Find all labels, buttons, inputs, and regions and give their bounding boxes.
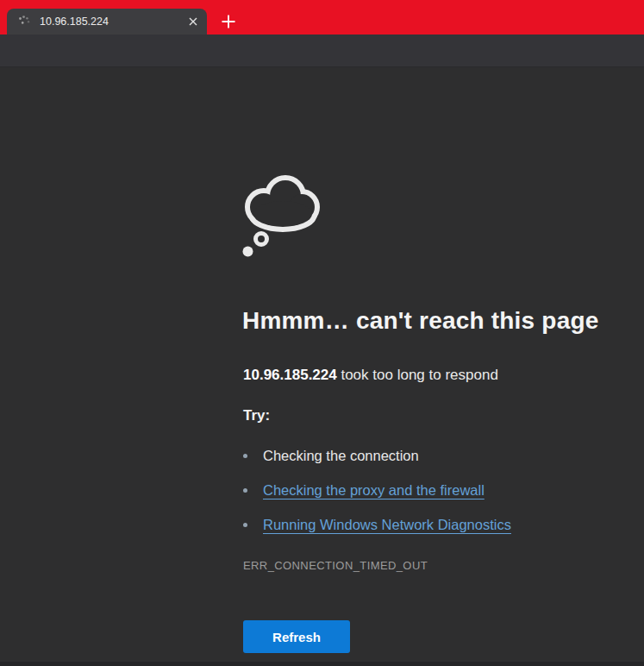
suggestion-item-connection: Checking the connection (243, 438, 511, 473)
thought-cloud-icon (240, 174, 321, 258)
plus-icon (221, 14, 236, 29)
close-icon (189, 17, 197, 26)
tab-title: 10.96.185.224 (40, 16, 184, 28)
tab-close-button[interactable] (184, 13, 202, 30)
error-message-suffix: took too long to respond (337, 367, 498, 383)
page-title: Hmmm… can't reach this page (242, 307, 599, 335)
browser-window: 10.96.185.224 (0, 0, 644, 666)
error-host: 10.96.185.224 (243, 367, 337, 383)
error-code: ERR_CONNECTION_TIMED_OUT (243, 559, 428, 572)
error-page: Hmmm… can't reach this page 10.96.185.22… (0, 67, 644, 662)
suggestion-link-proxy-firewall[interactable]: Checking the proxy and the firewall (243, 473, 511, 507)
suggestion-list: Checking the connection Checking the pro… (243, 438, 511, 542)
window-bottom-edge (0, 662, 644, 666)
suggestion-link-network-diagnostics[interactable]: Running Windows Network Diagnostics (243, 507, 511, 542)
loading-spinner-icon (17, 15, 31, 28)
navigation-toolbar: https://10.96.185.224 (0, 35, 644, 67)
browser-tab[interactable]: 10.96.185.224 (7, 9, 207, 35)
error-message: 10.96.185.224 took too long to respond (243, 367, 498, 384)
new-tab-button[interactable] (216, 9, 241, 34)
refresh-button[interactable]: Refresh (243, 620, 350, 653)
try-label: Try: (243, 407, 270, 424)
tab-strip: 10.96.185.224 (0, 0, 644, 35)
